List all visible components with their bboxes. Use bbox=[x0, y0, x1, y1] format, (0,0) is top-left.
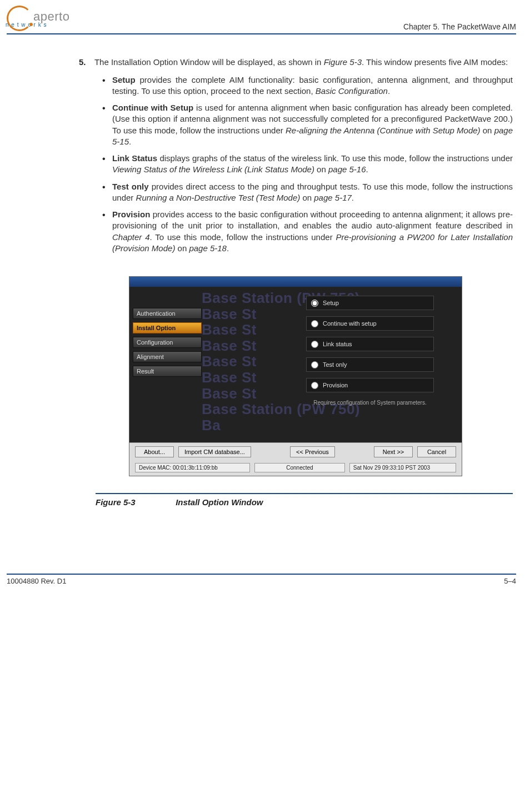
mode-test-name: Test only bbox=[112, 182, 149, 191]
logo-swirl-icon bbox=[7, 6, 32, 31]
mode-continue-body2: . bbox=[129, 137, 131, 146]
app-titlebar bbox=[129, 277, 462, 287]
status-timestamp: Sat Nov 29 09:33:10 PST 2003 bbox=[349, 463, 456, 472]
mode-setup: Setup provides the complete AIM function… bbox=[112, 74, 513, 97]
mode-link-status: Link Status displays graphs of the statu… bbox=[112, 153, 513, 176]
page-footer: 10004880 Rev. D1 5–4 bbox=[7, 574, 516, 585]
figure-caption: Figure 5-3 Install Option Window bbox=[96, 493, 513, 507]
option-link-label: Link status bbox=[323, 341, 352, 347]
option-continue[interactable]: Continue with setup bbox=[306, 316, 434, 331]
sidebar-item-authentication[interactable]: Authentication bbox=[133, 308, 202, 319]
button-bar: About... Import CM database... << Previo… bbox=[129, 442, 462, 461]
mode-test-ref: Running a Non-Destructive Test (Test Mod… bbox=[136, 193, 301, 202]
sidebar-item-configuration[interactable]: Configuration bbox=[133, 337, 202, 348]
mode-provision-body3: . bbox=[227, 243, 229, 253]
page-header: aperto n e t w o r k s Chapter 5. The Pa… bbox=[7, 6, 516, 34]
figure-screenshot: Base Station (PW 750) Base St Base St Ba… bbox=[129, 276, 462, 476]
mode-test-page: page 5-17 bbox=[314, 193, 352, 202]
mode-provision: Provision provides access to the basic c… bbox=[112, 209, 513, 254]
mode-link-name: Link Status bbox=[112, 153, 157, 163]
sidebar-item-install-option[interactable]: Install Option bbox=[133, 322, 202, 333]
mode-provision-on: on bbox=[175, 243, 189, 253]
modes-list: Setup provides the complete AIM function… bbox=[96, 74, 513, 255]
option-hint: Requires configuration of System paramet… bbox=[306, 398, 434, 407]
status-connection: Connected bbox=[254, 463, 345, 472]
figure-title: Install Option Window bbox=[176, 497, 263, 507]
option-test-label: Test only bbox=[323, 361, 347, 368]
mode-link-ref: Viewing Status of the Wireless Link (Lin… bbox=[112, 165, 314, 174]
footer-page-number: 5–4 bbox=[504, 577, 516, 585]
option-provision[interactable]: Provision bbox=[306, 378, 434, 392]
figure-number: Figure 5-3 bbox=[96, 497, 173, 507]
mode-test-body2: . bbox=[352, 193, 354, 202]
mode-provision-ref1: Chapter 4 bbox=[112, 232, 150, 242]
step-intro: 5. The Installation Option Window will b… bbox=[96, 57, 513, 68]
mode-link-on: on bbox=[314, 165, 328, 174]
app-sidebar: Authentication Install Option Configurat… bbox=[129, 287, 208, 442]
body-content: 5. The Installation Option Window will b… bbox=[96, 57, 513, 507]
radio-test-only[interactable] bbox=[311, 361, 318, 368]
radio-link-status[interactable] bbox=[311, 341, 318, 348]
radio-continue[interactable] bbox=[311, 320, 318, 327]
mode-provision-page: page 5-18 bbox=[189, 243, 227, 253]
mode-provision-body1: provides access to the basic configurati… bbox=[112, 210, 513, 230]
option-test-only[interactable]: Test only bbox=[306, 357, 434, 372]
about-button[interactable]: About... bbox=[135, 446, 174, 457]
mode-test-only: Test only provides direct access to the … bbox=[112, 181, 513, 204]
import-cm-button[interactable]: Import CM database... bbox=[178, 446, 251, 457]
mode-link-body2: . bbox=[366, 165, 368, 174]
intro-text-2: . This window presents five AIM modes: bbox=[362, 57, 508, 67]
mode-provision-name: Provision bbox=[112, 210, 150, 219]
mode-link-page: page 5-16 bbox=[328, 165, 366, 174]
intro-figure-ref: Figure 5-3 bbox=[324, 57, 362, 67]
sidebar-item-alignment[interactable]: Alignment bbox=[133, 351, 202, 362]
mode-continue: Continue with Setup is used for antenna … bbox=[112, 102, 513, 147]
mode-setup-ref: Basic Configuration bbox=[316, 86, 388, 96]
next-button[interactable]: Next >> bbox=[374, 446, 413, 457]
option-provision-label: Provision bbox=[323, 382, 348, 388]
sidebar-item-result[interactable]: Result bbox=[133, 366, 202, 377]
mode-provision-body2: . To use this mode, follow the instructi… bbox=[150, 232, 336, 242]
mode-setup-name: Setup bbox=[112, 75, 136, 84]
mode-continue-name: Continue with Setup bbox=[112, 103, 193, 112]
option-setup-label: Setup bbox=[323, 300, 339, 306]
intro-text-1: The Installation Option Window will be d… bbox=[94, 57, 324, 67]
status-mac: Device MAC: 00:01:3b:11:09:bb bbox=[135, 463, 250, 472]
mode-setup-body2: . bbox=[388, 86, 390, 96]
mode-link-body1: displays graphs of the status of the wir… bbox=[157, 153, 513, 163]
step-number: 5. bbox=[79, 57, 92, 68]
app-window: Base Station (PW 750) Base St Base St Ba… bbox=[129, 276, 462, 476]
radio-provision[interactable] bbox=[311, 382, 318, 389]
option-continue-label: Continue with setup bbox=[323, 320, 377, 327]
footer-revision: 10004880 Rev. D1 bbox=[7, 577, 66, 585]
status-bar: Device MAC: 00:01:3b:11:09:bb Connected … bbox=[129, 461, 462, 476]
mode-setup-body1: provides the complete AIM functionality:… bbox=[112, 75, 513, 96]
mode-continue-ref: Re-aligning the Antenna (Continue with S… bbox=[286, 126, 481, 135]
previous-button[interactable]: << Previous bbox=[290, 446, 335, 457]
logo: aperto n e t w o r k s bbox=[7, 6, 69, 31]
app-body: Base Station (PW 750) Base St Base St Ba… bbox=[129, 287, 462, 442]
option-setup[interactable]: Setup bbox=[306, 296, 434, 310]
mode-continue-on: on bbox=[481, 126, 494, 135]
radio-setup[interactable] bbox=[311, 300, 318, 307]
cancel-button[interactable]: Cancel bbox=[417, 446, 456, 457]
chapter-label: Chapter 5. The PacketWave AIM bbox=[403, 22, 516, 31]
mode-test-on: on bbox=[300, 193, 314, 202]
option-link-status[interactable]: Link status bbox=[306, 337, 434, 351]
options-panel: Setup Continue with setup Link status bbox=[306, 296, 434, 407]
